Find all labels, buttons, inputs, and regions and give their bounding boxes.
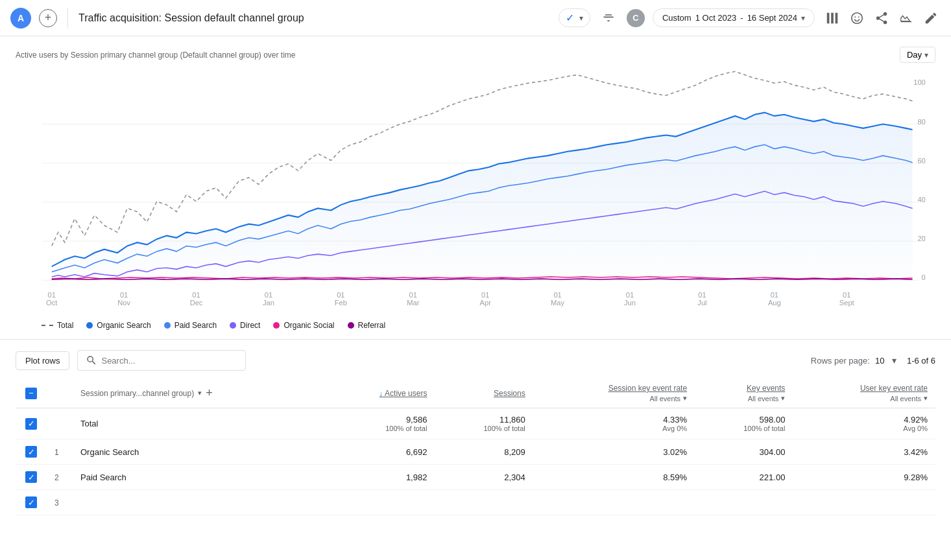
th-sessions[interactable]: Sessions <box>435 379 533 408</box>
legend-referral[interactable]: Referral <box>348 321 386 330</box>
check-badge[interactable]: ✓ ▾ <box>559 8 590 27</box>
th-key-events[interactable]: Key events All events ▾ <box>695 379 793 408</box>
th-user-key-event-rate[interactable]: User key event rate All events ▾ <box>793 379 935 408</box>
chart-svg-wrap: 0 20 40 60 80 100 01 Oct 01 Nov 01 Dec 0… <box>16 68 935 314</box>
row1-checkbox[interactable]: ✓ <box>25 446 37 458</box>
legend-paid-search-label: Paid Search <box>175 321 217 330</box>
legend-referral-icon <box>348 322 354 329</box>
total-session-key-event-rate-sub: Avg 0% <box>541 425 687 432</box>
svg-text:Sept: Sept <box>839 299 855 307</box>
chart-container: Active users by Session primary channel … <box>0 36 951 340</box>
th-session-key-event-rate[interactable]: Session key event rate All events ▾ <box>533 379 695 408</box>
emoji-button[interactable] <box>847 8 867 28</box>
svg-text:Jun: Jun <box>624 299 636 307</box>
svg-point-5 <box>858 16 860 18</box>
total-key-events: 598.00 <box>760 415 786 425</box>
page-title: Traffic acquisition: Session default cha… <box>78 12 551 24</box>
edit-button[interactable] <box>921 8 941 28</box>
row3-sessions-cell <box>435 490 533 515</box>
svg-text:01: 01 <box>553 290 561 298</box>
share-button[interactable] <box>872 8 891 28</box>
legend-total[interactable]: Total <box>42 321 73 330</box>
emoji-icon <box>850 11 864 25</box>
date-range-button[interactable]: Custom 1 Oct 2023 - 16 Sept 2024 ▾ <box>653 8 815 27</box>
row2-dimension-cell: Paid Search <box>73 465 326 490</box>
row1-user-key-event-rate: 3.42% <box>904 447 928 457</box>
row2-active-users: 1,982 <box>406 472 427 482</box>
th-active-users[interactable]: ↓ Active users <box>326 379 435 408</box>
row3-checkbox[interactable]: ✓ <box>25 496 37 508</box>
rows-per-page-select[interactable]: 10 25 50 <box>875 356 897 366</box>
row1-active-users-cell: 6,692 <box>326 439 435 465</box>
row1-number: 1 <box>54 448 59 457</box>
total-active-users-sub: 100% of total <box>334 425 427 432</box>
svg-text:01: 01 <box>843 290 850 298</box>
th-key-events-chevron: ▾ <box>781 394 785 402</box>
table-section: Plot rows Rows per page: 10 25 50 ▾ 1-6 … <box>0 340 951 526</box>
total-user-key-event-rate: 4.92% <box>904 415 928 425</box>
total-key-events-cell: 598.00 100% of total <box>695 408 793 439</box>
edit-icon <box>924 11 938 25</box>
add-column-button[interactable]: + <box>206 386 213 400</box>
row3-number: 3 <box>54 498 59 508</box>
row1-sessions: 8,209 <box>504 447 525 457</box>
row3-key-events-cell <box>695 490 793 515</box>
rows-per-page-select-wrap[interactable]: 10 25 50 ▾ <box>875 356 897 366</box>
view-toggle-button[interactable] <box>823 8 842 28</box>
total-dimension-cell: Total <box>73 408 326 439</box>
row1-key-events-cell: 304.00 <box>695 439 793 465</box>
legend-organic-social[interactable]: Organic Social <box>273 321 334 330</box>
header-checkbox[interactable]: − <box>25 388 37 399</box>
filter-button[interactable] <box>598 9 619 27</box>
th-session-key-event-rate-label: Session key event rate <box>608 384 687 393</box>
svg-text:Feb: Feb <box>335 299 347 307</box>
row2-number: 2 <box>54 473 59 482</box>
total-checkbox[interactable]: ✓ <box>25 418 37 430</box>
svg-text:Dec: Dec <box>190 299 203 307</box>
row3-checkbox-cell[interactable]: ✓ <box>16 490 47 515</box>
row2-checkbox[interactable]: ✓ <box>25 471 37 483</box>
total-sessions-cell: 11,860 100% of total <box>435 408 533 439</box>
total-key-events-sub: 100% of total <box>703 425 785 432</box>
row1-user-key-event-rate-cell: 3.42% <box>793 439 935 465</box>
total-checkbox-cell[interactable]: ✓ <box>16 408 47 439</box>
svg-text:Apr: Apr <box>480 299 492 307</box>
legend-paid-search[interactable]: Paid Search <box>164 321 217 330</box>
topbar-icons <box>823 8 941 28</box>
legend-organic-social-label: Organic Social <box>283 321 334 330</box>
row3-dimension-cell <box>73 490 326 515</box>
th-dimension-label: Session primary...channel group) <box>80 389 194 398</box>
row1-active-users: 6,692 <box>406 447 427 457</box>
row2-sessions-cell: 2,304 <box>435 465 533 490</box>
table-header-row: − Session primary...channel group) ▾ + ↓… <box>16 379 935 408</box>
add-button[interactable]: + <box>39 9 57 27</box>
filter-icon <box>602 12 615 25</box>
plot-rows-button[interactable]: Plot rows <box>16 351 69 370</box>
svg-text:01: 01 <box>337 290 344 298</box>
day-dropdown[interactable]: Day ▾ <box>900 47 935 63</box>
svg-point-3 <box>852 12 863 23</box>
th-key-events-label: Key events <box>747 384 785 393</box>
row2-user-key-event-rate: 9.28% <box>904 472 928 482</box>
legend-paid-search-icon <box>164 322 171 329</box>
row3-number-cell: 3 <box>47 490 73 515</box>
row3-user-key-event-rate-cell <box>793 490 935 515</box>
data-table: − Session primary...channel group) ▾ + ↓… <box>16 379 935 515</box>
analytics-button[interactable] <box>897 8 916 28</box>
row2-check-icon: ✓ <box>28 472 35 482</box>
legend-organic-search-icon <box>86 322 93 329</box>
total-sessions: 11,860 <box>500 415 525 425</box>
total-sessions-sub: 100% of total <box>442 425 525 432</box>
row1-session-key-event-rate-cell: 3.02% <box>533 439 695 465</box>
svg-text:01: 01 <box>481 290 489 298</box>
search-input[interactable] <box>101 356 237 366</box>
legend-direct[interactable]: Direct <box>230 321 260 330</box>
legend-organic-search[interactable]: Organic Search <box>86 321 150 330</box>
svg-text:01: 01 <box>265 290 272 298</box>
th-dimension[interactable]: Session primary...channel group) ▾ + <box>73 379 326 408</box>
row2-session-key-event-rate-cell: 8.59% <box>533 465 695 490</box>
check-mark-icon: − <box>29 388 34 398</box>
share-icon <box>874 11 889 25</box>
row1-checkbox-cell[interactable]: ✓ <box>16 439 47 465</box>
row2-checkbox-cell[interactable]: ✓ <box>16 465 47 490</box>
